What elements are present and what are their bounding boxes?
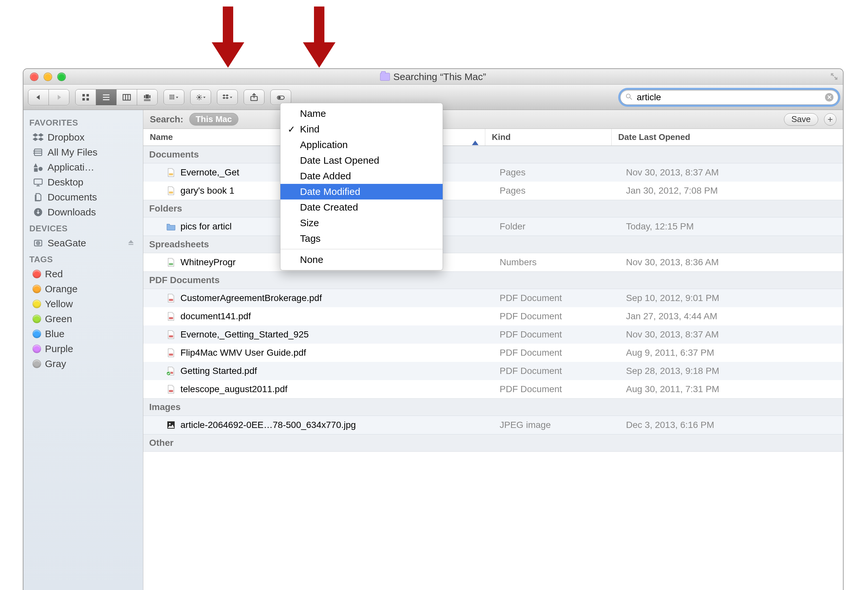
svg-rect-23: [173, 98, 174, 99]
svg-line-32: [200, 95, 201, 96]
action-button[interactable]: [190, 90, 211, 105]
sidebar-tag-gray[interactable]: Gray: [24, 356, 143, 371]
svg-line-37: [630, 98, 632, 100]
list-view-button[interactable]: [96, 90, 117, 105]
menu-item-date-modified[interactable]: Date Modified: [280, 184, 443, 200]
share-button[interactable]: [244, 90, 264, 105]
dropbox-button[interactable]: [217, 90, 238, 105]
result-row[interactable]: article-2064692-0EE…78-500_634x770.jpgJP…: [143, 416, 843, 434]
file-kind: PDF Document: [500, 311, 626, 322]
result-row[interactable]: telescope_august2011.pdfPDF DocumentAug …: [143, 380, 843, 398]
menu-item-application[interactable]: Application: [280, 137, 443, 153]
result-row[interactable]: Evernote,_GetPagesNov 30, 2013, 8:37 AM: [143, 163, 843, 182]
svg-rect-57: [169, 390, 173, 392]
desktop-icon: [32, 177, 44, 187]
file-icon: [166, 222, 176, 231]
menu-item-kind[interactable]: Kind: [280, 121, 443, 137]
result-row[interactable]: WhitneyProgrNumbersNov 30, 2013, 8:36 AM: [143, 253, 843, 271]
file-icon: [166, 384, 176, 394]
svg-rect-7: [123, 94, 131, 100]
menu-item-date-last-opened[interactable]: Date Last Opened: [280, 153, 443, 168]
annotation-arrow-list-view: [212, 6, 244, 68]
forward-button[interactable]: [49, 90, 69, 105]
fullscreen-button[interactable]: [829, 72, 839, 82]
search-icon: [625, 93, 633, 102]
column-kind[interactable]: Kind: [485, 129, 612, 146]
sidebar-item-applications[interactable]: Applicati…: [24, 160, 143, 175]
menu-item-date-created[interactable]: Date Created: [280, 200, 443, 215]
tag-dot-icon: [32, 330, 41, 338]
result-row[interactable]: Getting Started.pdfPDF DocumentSep 28, 2…: [143, 362, 843, 380]
back-button[interactable]: [28, 90, 49, 105]
sidebar-item-dropbox[interactable]: Dropbox: [24, 130, 143, 145]
file-date: Jan 27, 2013, 4:44 AM: [626, 311, 843, 322]
file-kind: PDF Document: [500, 366, 626, 376]
svg-rect-49: [169, 192, 173, 194]
file-icon: [166, 257, 176, 267]
file-date: Today, 12:15 PM: [626, 221, 843, 232]
menu-item-size[interactable]: Size: [280, 215, 443, 231]
file-icon: [166, 186, 176, 196]
result-row[interactable]: pics for articlFolderToday, 12:15 PM: [143, 218, 843, 235]
group-header: Documents: [143, 146, 843, 163]
coverflow-view-button[interactable]: [137, 90, 157, 105]
result-row[interactable]: gary's book 1PagesJan 30, 2012, 7:08 PM: [143, 182, 843, 200]
column-date-last-opened[interactable]: Date Last Opened: [612, 129, 843, 146]
close-window-button[interactable]: [30, 72, 38, 81]
results-pane: Search: This Mac Save + Name Kind Date L…: [143, 110, 843, 590]
file-icon: [166, 366, 176, 376]
menu-item-date-added[interactable]: Date Added: [280, 168, 443, 184]
menu-item-tags[interactable]: Tags: [280, 231, 443, 246]
sidebar-item-downloads[interactable]: Downloads: [24, 205, 143, 220]
svg-rect-17: [173, 95, 174, 96]
svg-rect-19: [171, 96, 173, 98]
svg-point-56: [167, 371, 171, 375]
sidebar-tag-purple[interactable]: Purple: [24, 341, 143, 356]
finder-window: Searching “This Mac”: [23, 68, 844, 590]
result-row[interactable]: Evernote,_Getting_Started_925PDF Documen…: [143, 325, 843, 344]
menu-item-none[interactable]: None: [280, 252, 443, 268]
menu-separator: [280, 249, 443, 249]
search-field[interactable]: ✕: [620, 90, 838, 105]
sidebar-item-documents[interactable]: Documents: [24, 190, 143, 205]
minimize-window-button[interactable]: [44, 72, 52, 81]
column-headers: Name Kind Date Last Opened: [143, 129, 843, 146]
zoom-window-button[interactable]: [57, 72, 66, 81]
sidebar-tag-yellow[interactable]: Yellow: [24, 296, 143, 312]
add-criteria-button[interactable]: +: [824, 113, 836, 126]
sidebar-item-all-my-files[interactable]: All My Files: [24, 145, 143, 160]
menu-item-name[interactable]: Name: [280, 106, 443, 121]
svg-rect-50: [169, 263, 173, 265]
result-row[interactable]: Flip4Mac WMV User Guide.pdfPDF DocumentA…: [143, 344, 843, 362]
scope-this-mac[interactable]: This Mac: [189, 113, 238, 126]
column-view-button[interactable]: [117, 90, 137, 105]
group-header: Images: [143, 398, 843, 416]
svg-point-59: [169, 423, 171, 425]
sidebar-section-tags: TAGS: [24, 250, 143, 266]
group-header: Other: [143, 434, 843, 452]
tag-dot-icon: [32, 270, 41, 278]
eject-icon[interactable]: [127, 238, 139, 249]
titlebar: Searching “This Mac”: [24, 69, 843, 85]
result-row[interactable]: document141.pdfPDF DocumentJan 27, 2013,…: [143, 307, 843, 325]
sidebar-tag-green[interactable]: Green: [24, 312, 143, 327]
annotation-arrow-arrange: [303, 6, 335, 68]
icon-view-button[interactable]: [75, 90, 96, 105]
save-search-button[interactable]: Save: [784, 113, 818, 126]
svg-rect-0: [83, 94, 85, 97]
svg-rect-14: [144, 100, 151, 101]
result-row[interactable]: CustomerAgreementBrokerage.pdfPDF Docume…: [143, 289, 843, 307]
svg-line-31: [197, 98, 198, 99]
arrange-button[interactable]: [164, 90, 185, 105]
group-header: Folders: [143, 200, 843, 218]
sidebar-item-desktop[interactable]: Desktop: [24, 175, 143, 190]
file-kind: Pages: [500, 185, 626, 196]
sidebar-tag-blue[interactable]: Blue: [24, 327, 143, 341]
search-input[interactable]: [636, 92, 822, 103]
sidebar-tag-red[interactable]: Red: [24, 266, 143, 281]
sidebar-item-seagate[interactable]: SeaGate: [24, 235, 143, 250]
file-kind: PDF Document: [500, 329, 626, 340]
svg-line-30: [200, 98, 201, 99]
clear-search-button[interactable]: ✕: [825, 93, 834, 102]
sidebar-tag-orange[interactable]: Orange: [24, 281, 143, 296]
